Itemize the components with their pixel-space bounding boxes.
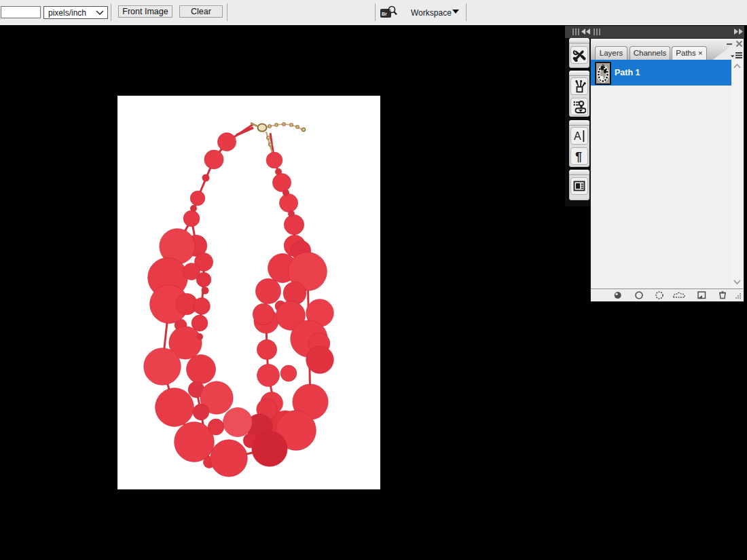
svg-text:¶: ¶ [575,150,582,163]
svg-text:A: A [574,130,581,142]
svg-text:Br: Br [382,12,387,16]
